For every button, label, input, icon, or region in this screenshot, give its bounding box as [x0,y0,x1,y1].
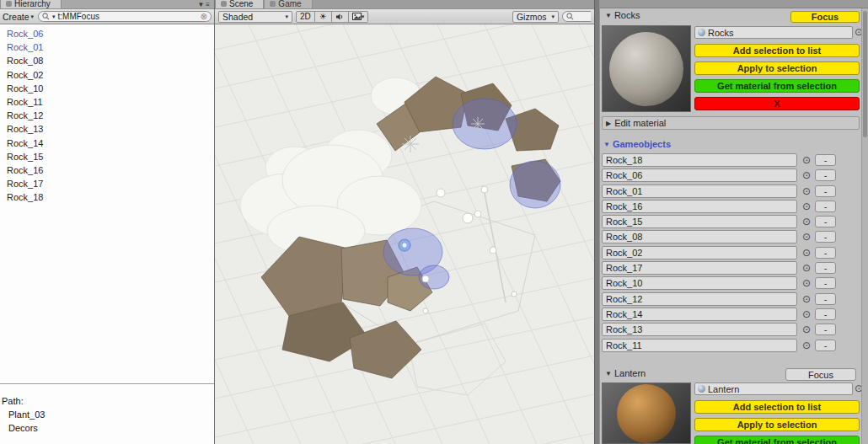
remove-from-list-button[interactable]: - [815,293,836,305]
gameobject-name-field[interactable]: Rock_14 [602,308,797,321]
foldout-open-icon: ▼ [603,141,610,148]
foldout-closed-icon: ▶ [606,120,611,127]
object-picker-icon[interactable]: ⊙ [801,216,812,227]
tab-game[interactable]: Game [264,0,312,8]
gameobject-name-field[interactable]: Rock_01 [602,185,797,198]
remove-from-list-button[interactable]: - [815,201,836,212]
scene-search-input[interactable] [562,11,591,22]
gameobject-name-field[interactable]: Rock_02 [602,246,797,259]
lantern-material-preview[interactable] [602,382,691,444]
hierarchy-item[interactable]: Rock_17 [0,177,214,190]
hierarchy-item[interactable]: Rock_01 [0,40,214,54]
remove-from-list-button[interactable]: - [815,216,836,227]
remove-from-list-button[interactable]: - [815,185,836,197]
object-picker-icon[interactable]: ⊙ [801,169,812,181]
lantern-get-material-button[interactable]: Get material from selection [694,436,860,444]
lantern-apply-selection-button[interactable]: Apply to selection [694,418,860,431]
gameobject-row: Rock_13⊙- [600,323,861,336]
toggle-2d-button[interactable]: 2D [296,11,315,23]
hierarchy-toolbar: Create ▾ ▾ t:MMFocus ⊗ [0,9,214,24]
scene-canvas[interactable] [215,24,594,444]
gameobject-name-field[interactable]: Rock_08 [602,230,797,243]
hierarchy-menu-icon[interactable]: ▼≡ [197,1,214,8]
hierarchy-item[interactable]: Rock_06 [0,27,214,40]
object-picker-icon[interactable]: ⊙ [801,293,812,305]
gameobject-name-field[interactable]: Rock_06 [602,169,797,182]
lantern-focus-button[interactable]: Focus [785,368,856,381]
rocks-add-selection-button[interactable]: Add selection to list [694,44,860,57]
material-icon [698,29,705,36]
rocks-apply-selection-button[interactable]: Apply to selection [694,62,860,75]
search-filter-caret-icon[interactable]: ▾ [52,13,56,20]
inspector-scrollbar[interactable] [861,8,868,444]
tab-hierarchy[interactable]: Hierarchy [0,0,62,8]
shading-mode-dropdown[interactable]: Shaded ▾ [218,11,292,23]
object-picker-icon[interactable]: ⊙ [801,247,812,259]
object-picker-icon[interactable]: ⊙ [801,185,812,197]
clear-search-icon[interactable]: ⊗ [201,13,207,20]
remove-from-list-button[interactable]: - [815,277,836,289]
gameobject-name-field[interactable]: Rock_18 [602,153,797,167]
create-button[interactable]: Create ▾ [3,12,34,22]
sun-icon: ☀ [319,12,327,21]
gameobject-name-field[interactable]: Rock_16 [602,200,797,213]
hierarchy-item[interactable]: Rock_11 [0,95,214,109]
rocks-focus-button[interactable]: Focus [790,11,860,23]
gameobjects-foldout[interactable]: ▼ Gameobjects [603,139,671,149]
gameobject-row: Rock_02⊙- [600,246,861,259]
edit-material-foldout[interactable]: ▶ Edit material [602,116,860,130]
hierarchy-item[interactable]: Rock_12 [0,109,214,122]
object-picker-icon[interactable]: ⊙ [801,308,812,320]
audio-toggle-button[interactable] [332,11,349,23]
gizmos-dropdown[interactable]: Gizmos ▾ [512,11,559,23]
hierarchy-item[interactable]: Rock_10 [0,82,214,95]
remove-from-list-button[interactable]: - [815,324,836,335]
object-picker-icon[interactable]: ⊙ [801,340,812,351]
object-picker-icon[interactable]: ⊙ [801,277,812,289]
object-picker-icon[interactable]: ⊙ [801,201,812,212]
object-picker-icon[interactable]: ⊙ [801,231,812,243]
object-picker-icon[interactable]: ⊙ [801,154,812,166]
gameobject-name-field[interactable]: Rock_17 [602,261,797,275]
material-icon [698,385,705,393]
rocks-get-material-button[interactable]: Get material from selection [694,79,860,93]
hierarchy-item[interactable]: Rock_13 [0,122,214,136]
hierarchy-item[interactable]: Rock_18 [0,190,214,204]
rocks-material-field[interactable]: Rocks [694,26,853,39]
hierarchy-item[interactable]: Rock_08 [0,54,214,67]
hierarchy-item[interactable]: Rock_15 [0,150,214,163]
lantern-material-field[interactable]: Lantern [694,382,853,395]
gameobject-name-field[interactable]: Rock_12 [602,292,797,306]
gameobject-name-field[interactable]: Rock_11 [602,339,797,352]
remove-from-list-button[interactable]: - [815,308,836,320]
hierarchy-item[interactable]: Rock_16 [0,163,214,177]
object-picker-icon[interactable]: ⊙ [801,262,812,274]
rocks-section-header[interactable]: ▼ Rocks [605,10,640,20]
hierarchy-item[interactable]: Rock_02 [0,68,214,82]
remove-from-list-button[interactable]: - [815,340,836,351]
remove-from-list-button[interactable]: - [815,154,836,166]
effects-toggle-button[interactable]: ▾ [349,11,369,23]
gameobject-name-field[interactable]: Rock_10 [602,276,797,290]
remove-from-list-button[interactable]: - [815,247,836,259]
object-picker-icon[interactable]: ⊙ [801,324,812,335]
material-tool-panel: ▼ Rocks Focus Rocks ⊙ Add selection to l… [600,0,868,444]
search-icon [42,13,50,20]
remove-from-list-button[interactable]: - [815,169,836,181]
hierarchy-item[interactable]: Rock_14 [0,136,214,150]
shading-mode-label: Shaded [222,12,253,22]
remove-from-list-button[interactable]: - [815,231,836,243]
lighting-toggle-button[interactable]: ☀ [315,11,332,23]
rocks-material-preview[interactable] [602,25,691,112]
gameobject-name-field[interactable]: Rock_13 [602,323,797,336]
lantern-add-selection-button[interactable]: Add selection to list [694,400,860,414]
rocks-delete-button[interactable]: X [694,97,860,110]
panel-divider[interactable] [594,0,600,444]
tab-scene[interactable]: Scene [215,0,264,8]
lantern-section-header[interactable]: ▼ Lantern [605,368,646,378]
lantern-section-title: Lantern [614,368,646,378]
remove-from-list-button[interactable]: - [815,262,836,274]
gameobject-name-field[interactable]: Rock_15 [602,215,797,228]
hierarchy-search-input[interactable]: ▾ t:MMFocus ⊗ [38,11,212,22]
scrollbar-thumb[interactable] [863,11,867,137]
